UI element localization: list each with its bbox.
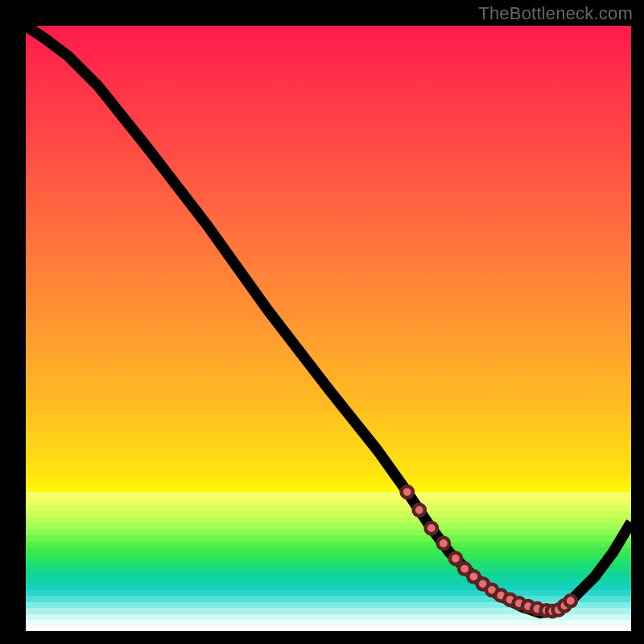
marker-dot [438, 538, 449, 549]
marker-group [402, 486, 576, 617]
chart-container: TheBottleneck.com [0, 0, 644, 644]
bottleneck-curve [26, 26, 631, 613]
watermark-text: TheBottleneck.com [478, 3, 633, 24]
plot-area [26, 26, 631, 631]
marker-dot [450, 553, 461, 564]
marker-dot [426, 522, 437, 534]
marker-dot [414, 504, 425, 515]
chart-svg [26, 26, 631, 631]
marker-dot [402, 486, 413, 497]
marker-dot [565, 595, 576, 606]
